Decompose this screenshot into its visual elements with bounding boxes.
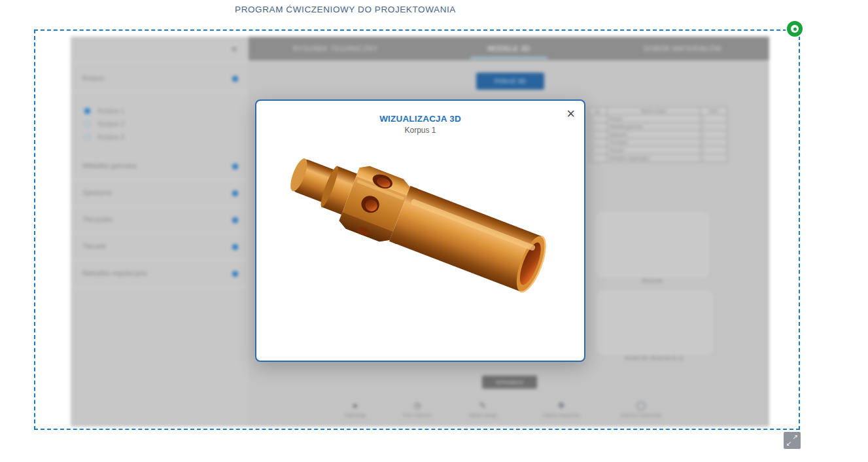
col-header-ilosc: Ilość — [701, 107, 727, 115]
sidebar-item-nakretka[interactable]: Nakrętka regulacyjna — [71, 260, 249, 287]
preview-3d-icon[interactable] — [232, 190, 238, 196]
preview-3d-icon[interactable] — [232, 76, 238, 82]
sidebar-item-label: Tłoczysko — [82, 215, 113, 223]
sidebar: « Korpus Korpus 1 Korpus 2 Korpus 3 — [71, 37, 249, 427]
sidebar-item-korpus[interactable]: Korpus — [71, 65, 249, 92]
show-3d-button[interactable]: POKAŻ 3D — [476, 73, 544, 90]
radio-label: Korpus 1 — [98, 107, 124, 115]
table-row: 5 Tłoczek 1 — [589, 147, 727, 154]
parts-table: Lp. Nazwa części Ilość 1 Korpus 1 2 Wkła… — [589, 107, 727, 162]
recording-badge-dot — [793, 27, 797, 31]
preview-box-zlozenie[interactable] — [597, 213, 709, 277]
preview-3d-icon[interactable] — [232, 164, 238, 169]
table-row: 4 Tłoczysko 1 — [589, 139, 727, 147]
sidebar-item-label: Nakrętka regulacyjna — [82, 269, 147, 277]
save-icon: ❖ — [525, 400, 597, 410]
arrow-ne-icon: ↗ — [793, 434, 798, 440]
collapse-sidebar-icon[interactable]: « — [232, 43, 237, 54]
radio-label: Korpus 3 — [98, 133, 124, 141]
table-row: 6 Nakrętka regulacyjna 1 — [589, 154, 727, 162]
screen: PROGRAM ĆWICZENIOWY DO PROJEKTOWANIA ↗ ↙… — [0, 0, 868, 462]
korpus-3d-render[interactable] — [269, 140, 574, 353]
tab-modele-3d[interactable]: MODELE 3D — [422, 37, 595, 60]
check-button[interactable]: SPRAWDŹ — [482, 376, 537, 389]
table-row: 2 Wkładka gumowa 1 — [589, 123, 727, 131]
close-icon[interactable]: × — [566, 106, 575, 122]
modal-title: WIZUALIZACJA 3D — [256, 114, 584, 124]
radio-korpus-1[interactable]: Korpus 1 — [71, 105, 249, 118]
footer-item-instrukcja[interactable]: ● Instrukcja — [319, 400, 391, 418]
sidebar-item-wkladka[interactable]: Wkładka gumowa — [71, 153, 249, 180]
clock-icon: ◷ — [381, 400, 453, 410]
preview-3d-icon[interactable] — [232, 271, 238, 277]
recording-badge-inner — [791, 25, 799, 33]
radio-unselected-icon[interactable] — [84, 120, 91, 128]
tab-dobor-materialow[interactable]: DOBÓR MATERIAŁÓW — [596, 37, 769, 60]
status-dot-icon: ● — [319, 400, 391, 410]
footer-item-zapisz[interactable]: ❖ Zapisz ćwiczenie — [525, 400, 597, 418]
sidebar-item-label: Tłoczek — [82, 242, 106, 250]
radio-unselected-icon[interactable] — [84, 133, 91, 141]
finish-circle-icon: ◯ — [605, 400, 677, 410]
preview-caption: Model 3D złożenia (1:1) — [584, 355, 724, 361]
preview-caption: Złożenie — [597, 277, 708, 284]
col-header-nazwa: Nazwa części — [607, 107, 701, 115]
table-header-row: Lp. Nazwa części Ilość — [589, 107, 727, 115]
sidebar-item-tloczysko[interactable]: Tłoczysko — [71, 207, 249, 234]
sidebar-item-label: Korpus — [82, 74, 104, 82]
footer-item-zakoncz[interactable]: ◯ Zakończ ćwiczenie — [605, 400, 677, 418]
col-header-lp: Lp. — [589, 107, 607, 115]
radio-selected-icon[interactable] — [84, 107, 91, 115]
pencil-icon: ✎ — [447, 400, 519, 410]
table-row: 1 Korpus 1 — [589, 115, 727, 123]
sidebar-item-label: Wkładka gumowa — [82, 162, 137, 169]
tab-rysunek-techniczny[interactable]: RYSUNEK TECHNICZNY — [249, 37, 422, 60]
footer-toolbar: ● Instrukcja ◷ Plan ćwiczeń ✎ Wpisz uwag… — [249, 400, 769, 427]
preview-box-model[interactable] — [597, 291, 712, 354]
radio-label: Korpus 2 — [98, 120, 124, 128]
arrow-sw-icon: ↙ — [786, 440, 791, 447]
sidebar-item-label: Sprężyna — [82, 188, 111, 196]
footer-item-uwagi[interactable]: ✎ Wpisz uwagi — [447, 400, 519, 418]
modal-subtitle: Korpus 1 — [256, 126, 584, 135]
tab-bar: RYSUNEK TECHNICZNY MODELE 3D DOBÓR MATER… — [249, 37, 769, 60]
sidebar-header: « — [71, 37, 249, 62]
radio-korpus-2[interactable]: Korpus 2 — [71, 118, 249, 131]
korpus-variant-group: Korpus 1 Korpus 2 Korpus 3 — [71, 99, 249, 153]
visualization-modal: WIZUALIZACJA 3D Korpus 1 × — [255, 99, 585, 362]
recording-badge-icon[interactable] — [787, 21, 803, 37]
footer-item-plan[interactable]: ◷ Plan ćwiczeń — [381, 400, 453, 418]
preview-3d-icon[interactable] — [232, 217, 238, 223]
fullscreen-button[interactable]: ↗ ↙ — [784, 432, 801, 449]
radio-korpus-3[interactable]: Korpus 3 — [71, 131, 249, 144]
sidebar-item-sprezyna[interactable]: Sprężyna — [71, 180, 249, 207]
sidebar-item-tloczek[interactable]: Tłoczek — [71, 234, 249, 260]
table-row: 3 Sprężyna 1 — [589, 131, 727, 139]
preview-3d-icon[interactable] — [232, 244, 238, 250]
page-title: PROGRAM ĆWICZENIOWY DO PROJEKTOWANIA — [196, 5, 495, 14]
